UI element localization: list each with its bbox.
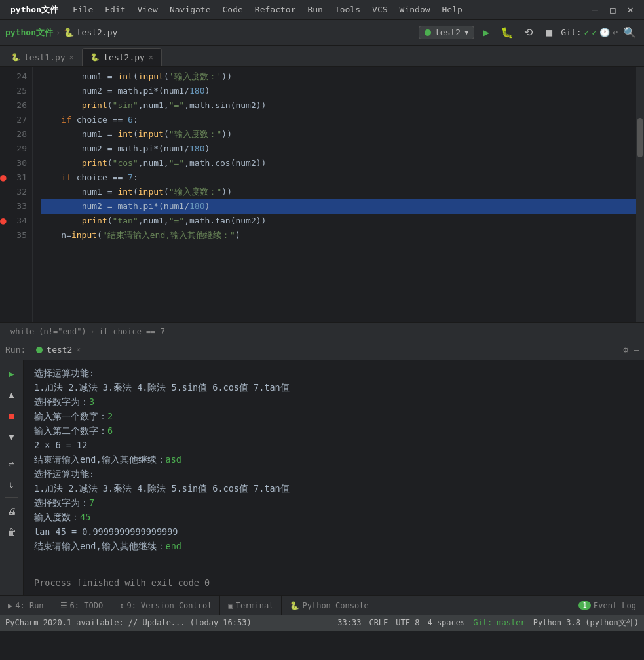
output-line-8: 选择运算功能:: [34, 467, 634, 481]
console-output: 选择运算功能: 1.加法 2.减法 3.乘法 4.除法 5.sin值 6.cos…: [24, 360, 644, 595]
breadcrumb-project[interactable]: python文件: [5, 27, 53, 39]
bottom-tab-run[interactable]: ▶ 4: Run: [0, 596, 52, 615]
terminal-tab-label: Terminal: [236, 601, 274, 610]
run-tab-close[interactable]: ✕: [76, 345, 81, 354]
line-separator[interactable]: CRLF: [369, 618, 388, 627]
code-line-26: print("sin",num1,"=",math.sin(num2)): [41, 98, 636, 113]
tab-test2[interactable]: 🐍 test2.py ✕: [82, 48, 161, 66]
tab-close-1[interactable]: ✕: [69, 53, 74, 62]
run-config-selector[interactable]: test2 ▼: [419, 26, 474, 39]
menu-code[interactable]: Code: [218, 3, 248, 16]
menu-refactor[interactable]: Refactor: [250, 3, 301, 16]
window-close[interactable]: ✕: [622, 2, 639, 17]
indent[interactable]: 4 spaces: [427, 618, 465, 627]
clear-button[interactable]: 🗑: [3, 523, 21, 541]
menu-vcs[interactable]: VCS: [367, 3, 392, 16]
soft-wrap-button[interactable]: ⇌: [3, 454, 21, 473]
menu-tools[interactable]: Tools: [330, 3, 366, 16]
ln-25: 25: [0, 84, 27, 98]
code-line-27: if choice == 6:: [41, 113, 636, 127]
run-button[interactable]: ▶: [477, 24, 495, 42]
breadcrumb-file[interactable]: test2.py: [77, 28, 118, 37]
output-line-1: 选择运算功能:: [34, 366, 634, 380]
output-line-9: 1.加法 2.减法 3.乘法 4.除法 5.sin值 6.cos值 7.tan值: [34, 481, 634, 495]
code-line-31: if choice == 7:: [41, 170, 636, 185]
git-check2[interactable]: ✓: [592, 28, 597, 37]
menu-run[interactable]: Run: [302, 3, 328, 16]
output-line-13: 结束请输入end,输入其他继续：end: [34, 539, 634, 553]
settings-icon[interactable]: ⚙: [623, 345, 628, 355]
minimize-icon[interactable]: —: [634, 345, 639, 355]
toolbar-sep-2: [5, 497, 18, 498]
code-line-29: num2 = math.pi*(num1/180): [41, 142, 636, 156]
code-line-30: print("cos",num1,"=",math.cos(num2)): [41, 156, 636, 170]
run-config-dot: [425, 29, 431, 36]
input-13: end: [166, 541, 181, 551]
output-line-6: 2 × 6 = 12: [34, 438, 634, 452]
bottom-tab-python-console[interactable]: 🐍 Python Console: [282, 596, 377, 615]
breadcrumb-while: while (n!="end"): [10, 327, 86, 336]
cursor-position[interactable]: 33:33: [337, 618, 361, 627]
ln-34: ● 34: [0, 214, 27, 228]
window-minimize[interactable]: —: [586, 2, 603, 17]
encoding[interactable]: UTF-8: [396, 618, 419, 627]
code-line-28: num1 = int(input("输入度数：")): [41, 127, 636, 142]
debug-button[interactable]: 🐛: [498, 24, 516, 42]
code-line-35: n=input("结束请输入end,输入其他继续："): [41, 228, 636, 243]
python-version[interactable]: Python 3.8 (python文件): [533, 617, 639, 629]
update-message[interactable]: PyCharm 2020.1 available: // Update... (…: [5, 618, 252, 627]
ln-26: 26: [0, 98, 27, 113]
menu-edit[interactable]: Edit: [100, 3, 130, 16]
scroll-end-button[interactable]: ⇓: [3, 475, 21, 494]
ln-33: 33: [0, 199, 27, 214]
code-content[interactable]: num1 = int(input('输入度数：')) num2 = math.p…: [33, 67, 636, 322]
bottom-tab-vcs[interactable]: ↕ 9: Version Control: [111, 596, 220, 615]
rerun-button[interactable]: ▶: [3, 364, 21, 383]
editor-scrollbar[interactable]: [636, 67, 644, 322]
search-button[interactable]: 🔍: [620, 24, 639, 42]
stop-button[interactable]: ■: [540, 24, 558, 42]
tab-label-1: test1.py: [24, 52, 66, 62]
bottom-tab-todo[interactable]: ☰ 6: TODO: [52, 596, 112, 615]
git-revert[interactable]: ↩: [613, 28, 618, 37]
git-branch[interactable]: Git: master: [473, 618, 525, 627]
output-line-10: 选择数字为：7: [34, 495, 634, 510]
run-tab[interactable]: test2 ✕: [31, 342, 86, 357]
git-check1[interactable]: ✓: [584, 28, 590, 37]
scrollbar-thumb[interactable]: [637, 118, 643, 157]
run-config-label: test2: [435, 28, 461, 37]
ln-28: 28: [0, 127, 27, 142]
run-label: Run:: [5, 345, 26, 355]
code-line-24: num1 = int(input('输入度数：')): [41, 69, 636, 84]
bottom-tab-event-log[interactable]: 1 Event Log: [571, 596, 644, 615]
run-with-coverage-button[interactable]: ⟲: [519, 24, 537, 42]
status-breadcrumb: while (n!="end") › if choice == 7: [0, 322, 644, 340]
run-toolbar: ▶ ▲ ■ ▼ ⇌ ⇓ 🖨 🗑: [0, 360, 24, 595]
menu-help[interactable]: Help: [437, 3, 468, 16]
output-line-5: 输入第二个数字：6: [34, 423, 634, 438]
git-history[interactable]: 🕐: [599, 28, 610, 37]
menu-window[interactable]: Window: [394, 3, 436, 16]
print-button[interactable]: 🖨: [3, 502, 21, 520]
window-maximize[interactable]: □: [605, 3, 620, 16]
menu-view[interactable]: View: [132, 3, 163, 16]
tab-close-2[interactable]: ✕: [149, 53, 153, 62]
menu-navigate[interactable]: Navigate: [164, 3, 216, 16]
vcs-tab-icon: ↕: [119, 601, 124, 610]
menu-file[interactable]: File: [67, 3, 98, 16]
run-header: Run: test2 ✕ ⚙ —: [0, 340, 644, 360]
output-line-11: 输入度数：45: [34, 510, 634, 524]
stop-run-button[interactable]: ■: [3, 406, 21, 425]
tab-test1[interactable]: 🐍 test1.py ✕: [3, 48, 82, 66]
scroll-down-button[interactable]: ▼: [3, 427, 21, 446]
bottom-tab-terminal[interactable]: ▣ Terminal: [220, 596, 282, 615]
toolbar-sep-1: [5, 450, 18, 450]
run-tab-label: 4: Run: [15, 601, 43, 610]
run-panel: Run: test2 ✕ ⚙ — ▶ ▲ ■ ▼ ⇌ ⇓ 🖨 🗑 选择运算功能:…: [0, 340, 644, 595]
editor-area: 24 25 26 27 28 29 30 ● 31 32 33 ● 34 35 …: [0, 67, 644, 322]
code-line-32: num1 = int(input("输入度数：")): [41, 185, 636, 199]
tab-bar: 🐍 test1.py ✕ 🐍 test2.py ✕: [0, 46, 644, 67]
event-log-badge: 1: [578, 601, 591, 610]
scroll-up-button[interactable]: ▲: [3, 385, 21, 404]
run-tab-icon: ▶: [8, 601, 12, 610]
